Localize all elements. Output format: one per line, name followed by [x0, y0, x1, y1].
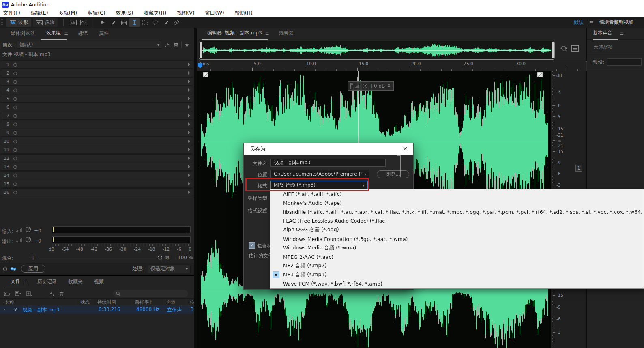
slot-expand-arrow[interactable] — [188, 122, 190, 126]
files-column-header[interactable]: 采样率↑ — [135, 299, 153, 305]
slot-power-icon[interactable] — [11, 87, 19, 93]
panel-divider[interactable] — [194, 28, 197, 348]
mix-slider-knob[interactable] — [158, 256, 162, 260]
files-column-header[interactable]: 持续时间 — [97, 299, 116, 305]
format-option[interactable]: Wave PCM (*.wav, *.bwf, *.rf64, *.amb) — [270, 279, 644, 288]
dialog-close-button[interactable]: ✕ — [399, 143, 412, 155]
slot-body[interactable] — [19, 103, 188, 111]
slot-power-icon[interactable] — [11, 121, 19, 127]
slot-body[interactable] — [19, 129, 188, 136]
format-option[interactable]: Windows Media 音频 (*.wma) — [270, 243, 644, 252]
input-gain-knob-icon[interactable] — [25, 226, 31, 232]
hud-knob-icon[interactable] — [362, 83, 368, 89]
filename-input[interactable]: 视频 - 副本.mp3 — [270, 159, 386, 167]
menu-item[interactable]: 剪辑(C) — [82, 10, 110, 17]
hud-pin-icon[interactable] — [387, 84, 391, 88]
tab-essential-sound[interactable]: 基本声音 — [593, 27, 618, 40]
slot-body[interactable] — [19, 146, 188, 153]
panel-menu-icon[interactable]: ≡ — [64, 31, 68, 37]
workspace-default[interactable]: 默认 — [574, 19, 584, 26]
slot-power-icon[interactable] — [11, 95, 19, 102]
selection-handle-right[interactable] — [537, 72, 543, 77]
slot-body[interactable] — [19, 172, 188, 179]
format-option[interactable]: MP3 音频 (*.mp3) — [270, 271, 644, 279]
slot-body[interactable] — [19, 189, 188, 196]
slot-expand-arrow[interactable] — [188, 140, 190, 143]
files-column-header[interactable]: 状态 — [80, 299, 90, 305]
panel-menu-icon[interactable]: ≡ — [24, 279, 28, 285]
slot-expand-arrow[interactable] — [188, 114, 190, 117]
slot-body[interactable] — [19, 112, 188, 119]
gain-hud[interactable]: +0 dB — [348, 81, 394, 91]
editor-tab[interactable]: 混音器 — [273, 28, 299, 40]
files-tab[interactable]: 文件 — [5, 275, 26, 288]
files-tab[interactable]: 视频 — [88, 276, 109, 288]
menu-item[interactable]: 效果(S) — [111, 10, 139, 17]
files-tab[interactable]: 历史记录 — [32, 276, 62, 288]
include-markers-checkbox[interactable]: ✓ — [249, 242, 255, 249]
slot-body[interactable] — [19, 155, 188, 162]
slot-expand-arrow[interactable] — [188, 165, 190, 168]
workspace-task[interactable]: 编辑音频到视频 — [599, 19, 633, 26]
workspace-menu-icon[interactable]: ≡ — [589, 19, 594, 26]
slot-power-icon[interactable] — [11, 155, 19, 161]
slot-expand-arrow[interactable] — [188, 105, 190, 109]
slot-power-icon[interactable] — [11, 112, 19, 119]
slot-expand-arrow[interactable] — [188, 80, 190, 83]
spot-healing-tool-button[interactable] — [171, 18, 182, 27]
hud-grip[interactable] — [350, 83, 353, 89]
slot-power-icon[interactable] — [11, 70, 19, 76]
delete-preset-icon[interactable] — [174, 42, 178, 47]
slot-body[interactable] — [19, 95, 188, 102]
format-option[interactable]: Xiph OGG 容器 (*.ogg) — [270, 226, 644, 234]
output-level-meter[interactable] — [52, 236, 191, 243]
files-search-input[interactable] — [113, 290, 188, 297]
overview-left-handle[interactable] — [200, 42, 202, 58]
import-file-icon[interactable] — [15, 291, 21, 296]
slot-power-icon[interactable] — [11, 163, 19, 170]
rack-tab[interactable]: 标记 — [72, 28, 93, 40]
format-option[interactable]: MP2 音频 (*.mp2) — [270, 262, 644, 271]
overview-waveform[interactable] — [202, 43, 551, 58]
files-column-header[interactable]: 名称 — [5, 299, 14, 305]
slot-expand-arrow[interactable] — [188, 97, 190, 100]
panel-menu-icon[interactable]: ≡ — [265, 31, 269, 37]
slot-body[interactable] — [19, 86, 188, 94]
slot-expand-arrow[interactable] — [188, 131, 190, 134]
marquee-selection-tool-button[interactable] — [140, 18, 150, 27]
toolbar-grip[interactable] — [1, 19, 3, 26]
menu-item[interactable]: 窗口(W) — [200, 10, 230, 17]
menu-item[interactable]: 多轨(M) — [54, 10, 83, 17]
slot-power-icon[interactable] — [11, 180, 19, 187]
files-tab[interactable]: 收藏夹 — [62, 276, 88, 288]
slot-expand-arrow[interactable] — [188, 88, 190, 92]
editor-tab[interactable]: 编辑器: 视频 - 副本.mp3 — [202, 27, 268, 40]
new-file-icon[interactable] — [26, 291, 32, 296]
format-option[interactable]: libsndfile (*.aifc, *.aiff, *.au, *.avr,… — [270, 207, 644, 216]
slot-power-icon[interactable] — [11, 129, 19, 136]
slot-body[interactable] — [19, 137, 188, 145]
time-selection-tool-button[interactable] — [129, 18, 140, 27]
slot-power-icon[interactable] — [11, 61, 19, 68]
selection-handle-left[interactable] — [203, 72, 208, 77]
spectral-frequency-button[interactable] — [68, 18, 78, 27]
delete-file-icon[interactable] — [59, 291, 64, 296]
format-option[interactable]: Monkey's Audio (*.ape) — [270, 198, 644, 207]
slip-tool-button[interactable] — [118, 18, 129, 27]
slot-body[interactable] — [19, 78, 188, 85]
razor-tool-button[interactable] — [108, 18, 118, 27]
slot-expand-arrow[interactable] — [188, 182, 190, 185]
slot-power-icon[interactable] — [11, 104, 19, 110]
format-option[interactable]: FLAC (Free Lossless Audio Codec) (*.flac… — [270, 217, 644, 226]
timeline-ruler[interactable]: hms5.010.015.020.025.030.0 — [197, 60, 586, 72]
menu-item[interactable]: 收藏夹(R) — [138, 10, 172, 17]
rack-io-toggle-icon[interactable] — [10, 266, 16, 271]
rack-tab[interactable]: 属性 — [93, 28, 114, 40]
location-combobox[interactable]: C:\User...cuments\Adobe\Premiere Pro\13.… — [270, 170, 369, 178]
menu-item[interactable]: 视图(V) — [172, 10, 200, 17]
slot-body[interactable] — [19, 180, 188, 187]
spectral-pitch-button[interactable] — [78, 18, 89, 27]
menu-item[interactable]: 帮助(H) — [230, 10, 258, 17]
preset-combobox[interactable]: (默认)▾ — [17, 41, 162, 49]
multitrack-view-button[interactable]: 多轨 — [33, 18, 58, 27]
